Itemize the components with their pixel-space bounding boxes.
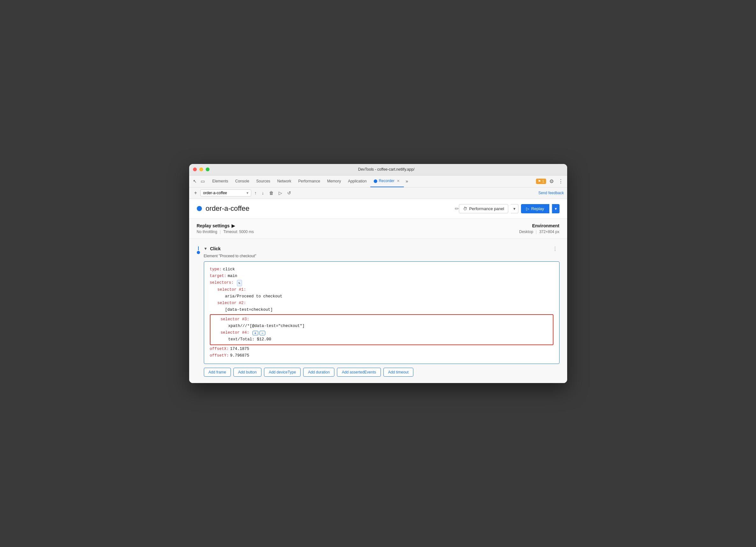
- code-selector2-val-line: [data-test=checkout]: [225, 307, 553, 313]
- environment-subtitle: Desktop | 372×804 px: [519, 230, 559, 234]
- tab-close-icon[interactable]: ✕: [396, 179, 401, 183]
- edit-title-icon[interactable]: ✏: [455, 206, 459, 212]
- issue-count: 1: [542, 179, 544, 183]
- code-offsetY-key: offsetY:: [210, 352, 229, 359]
- action-buttons-row: Add frame Add button Add deviceType Add …: [204, 368, 560, 377]
- code-offsetX-val: 174.1875: [230, 346, 249, 352]
- issue-badge-button[interactable]: ⚑ 1: [536, 179, 546, 184]
- environment-title: Environment: [519, 223, 559, 228]
- tab-console[interactable]: Console: [232, 175, 253, 187]
- more-options-icon[interactable]: ⋮: [557, 177, 565, 186]
- code-selector3-val: xpath///*[@data-test="checkout"]: [228, 323, 305, 330]
- code-type-val: click: [223, 266, 235, 273]
- undo-button[interactable]: ↺: [285, 189, 293, 197]
- window-controls: [193, 167, 210, 171]
- recorder-icon: ⬤: [374, 179, 377, 183]
- step-dot: [197, 251, 200, 254]
- tab-sources[interactable]: Sources: [253, 175, 274, 187]
- code-selector3-key: selector #3:: [221, 316, 249, 323]
- delete-button[interactable]: 🗑: [267, 189, 275, 197]
- export-button[interactable]: ↑: [253, 189, 259, 197]
- step-collapse-icon[interactable]: ▼: [204, 246, 208, 251]
- new-recording-button[interactable]: +: [192, 189, 199, 197]
- settings-icon[interactable]: ⚙: [548, 177, 555, 186]
- add-timeout-button[interactable]: Add timeout: [383, 368, 413, 377]
- selector-highlight-box: selector #3: xpath///*[@data-test="check…: [210, 314, 553, 345]
- settings-right: Environment Desktop | 372×804 px: [519, 223, 559, 234]
- devtools-window: DevTools - coffee-cart.netlify.app/ ↖ ▭ …: [189, 164, 567, 383]
- close-button[interactable]: [193, 167, 197, 171]
- performance-panel-button[interactable]: ⏱ Performance panel: [459, 204, 508, 213]
- play-icon: ▷: [526, 206, 529, 211]
- tab-recorder[interactable]: ⬤ Recorder ✕: [370, 175, 403, 187]
- maximize-button[interactable]: [206, 167, 210, 171]
- step-type-label: Click: [210, 246, 220, 251]
- code-selector4-val: text/Total: $12.00: [228, 336, 271, 343]
- settings-left: Replay settings ▶ No throttling | Timeou…: [197, 223, 254, 234]
- send-feedback-link[interactable]: Send feedback: [538, 191, 564, 195]
- settings-separator: |: [220, 230, 221, 234]
- steps-panel: ▼ Click ⋮ Element "Proceed to checkout" …: [189, 239, 567, 383]
- replay-button[interactable]: ▷ Replay: [521, 204, 549, 213]
- recording-header: order-a-coffee ✏ ⏱ Performance panel ▾ ▷…: [189, 199, 567, 219]
- recording-name-selector[interactable]: order-a-coffee ▾: [200, 189, 251, 196]
- code-type-line: type: click: [210, 266, 553, 273]
- selector-action-buttons: + −: [253, 331, 266, 335]
- tab-performance[interactable]: Performance: [295, 175, 324, 187]
- title-bar: DevTools - coffee-cart.netlify.app/: [189, 164, 567, 175]
- header-right-controls: ⏱ Performance panel ▾ ▷ Replay ▾: [459, 204, 559, 213]
- code-selector4-key: selector #4:: [221, 330, 249, 336]
- step-more-options-button[interactable]: ⋮: [551, 245, 560, 252]
- device-icon[interactable]: ▭: [199, 177, 206, 185]
- performance-panel-dropdown-button[interactable]: ▾: [511, 204, 518, 213]
- add-devicetype-button[interactable]: Add deviceType: [264, 368, 301, 377]
- code-selectors-line: selectors: ↖: [210, 280, 553, 286]
- performance-panel-label: Performance panel: [469, 206, 504, 211]
- add-duration-button[interactable]: Add duration: [303, 368, 334, 377]
- code-selector2-key: selector #2:: [218, 300, 246, 307]
- more-tabs-button[interactable]: »: [404, 177, 410, 185]
- code-selector3-val-line: xpath///*[@data-test="checkout"]: [228, 323, 550, 330]
- code-selector1-val-line: aria/Proceed to checkout: [225, 293, 553, 300]
- code-offsetX-key: offsetX:: [210, 346, 229, 352]
- selector-icon-badge: ↖: [237, 280, 242, 287]
- issue-icon: ⚑: [538, 179, 541, 183]
- code-target-key: target:: [210, 273, 227, 280]
- tab-bar-icons: ↖ ▭: [192, 177, 206, 185]
- replay-settings-title[interactable]: Replay settings ▶: [197, 223, 254, 228]
- code-selector1-line: selector #1:: [218, 287, 553, 293]
- replay-dropdown-button[interactable]: ▾: [552, 204, 560, 213]
- record-start-button[interactable]: ▷: [277, 189, 284, 197]
- step-body: ▼ Click ⋮ Element "Proceed to checkout" …: [204, 245, 560, 377]
- tab-memory[interactable]: Memory: [324, 175, 344, 187]
- settings-section: Replay settings ▶ No throttling | Timeou…: [189, 219, 567, 239]
- main-content: order-a-coffee ✏ ⏱ Performance panel ▾ ▷…: [189, 199, 567, 383]
- selector-remove-button[interactable]: −: [260, 331, 265, 335]
- code-selectors-key: selectors:: [210, 280, 234, 286]
- tab-network[interactable]: Network: [274, 175, 295, 187]
- tab-bar: ↖ ▭ Elements Console Sources Network Per…: [189, 175, 567, 188]
- step-line: [198, 246, 199, 250]
- code-selector2-line: selector #2:: [218, 300, 553, 307]
- step-description: Element "Proceed to checkout": [204, 254, 560, 258]
- recording-name-text: order-a-coffee: [203, 191, 227, 195]
- add-button-button[interactable]: Add button: [233, 368, 261, 377]
- code-offsetY-line: offsetY: 9.796875: [210, 352, 553, 359]
- tab-application[interactable]: Application: [345, 175, 370, 187]
- tab-elements[interactable]: Elements: [209, 175, 232, 187]
- import-button[interactable]: ↓: [260, 189, 266, 197]
- code-selector1-key: selector #1:: [218, 287, 246, 293]
- step-code-block: type: click target: main selectors: ↖: [204, 261, 560, 364]
- minimize-button[interactable]: [199, 167, 203, 171]
- code-offsetY-val: 9.796875: [230, 352, 249, 359]
- code-selector3-line: selector #3:: [221, 316, 550, 323]
- selector-add-button[interactable]: +: [253, 331, 258, 335]
- add-frame-button[interactable]: Add frame: [204, 368, 231, 377]
- add-assertedevents-button[interactable]: Add assertedEvents: [337, 368, 381, 377]
- replay-settings-subtitle: No throttling | Timeout: 5000 ms: [197, 230, 254, 234]
- code-type-key: type:: [210, 266, 222, 273]
- code-selector4-line: selector #4: + −: [221, 330, 550, 336]
- step-indicator: [197, 245, 200, 255]
- cursor-icon[interactable]: ↖: [192, 177, 198, 185]
- code-selector1-val: aria/Proceed to checkout: [225, 293, 282, 300]
